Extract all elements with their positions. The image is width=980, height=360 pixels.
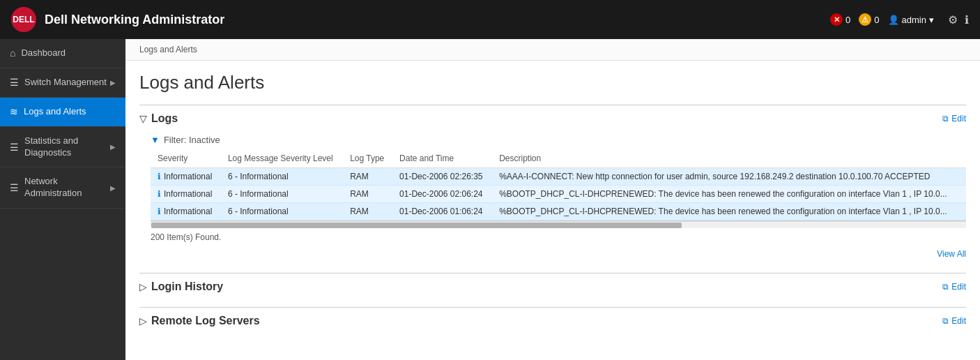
page-content: Logs and Alerts ▽ Logs ⧉ Edit ▼ Filter: …	[125, 61, 980, 352]
table-row: ℹ Informational 6 - Informational RAM 01…	[151, 168, 966, 186]
cell-date-time: 01-Dec-2006 02:06:24	[392, 186, 492, 203]
error-badge: ✕ 0	[830, 13, 850, 26]
sidebar-item-label: Logs and Alerts	[24, 106, 116, 118]
chevron-right-icon: ▶	[110, 79, 116, 87]
header-right: ✕ 0 ⚠ 0 👤 admin ▾ ⚙ ℹ	[830, 13, 969, 27]
sidebar-item-label: Switch Management	[24, 77, 110, 89]
login-history-title: Login History	[151, 280, 942, 293]
severity-label: Informational	[164, 189, 212, 199]
username: admin	[902, 15, 926, 25]
sidebar-item-logs-and-alerts[interactable]: ≋ Logs and Alerts	[0, 98, 125, 127]
remote-log-servers-edit-button[interactable]: ⧉ Edit	[942, 316, 966, 326]
login-history-edit-button[interactable]: ⧉ Edit	[942, 282, 966, 292]
cell-severity: ℹ Informational	[151, 203, 221, 220]
items-found: 200 Item(s) Found.	[151, 228, 966, 246]
settings-button[interactable]: ⚙	[948, 13, 958, 27]
app-header: DELL Dell Networking Administrator ✕ 0 ⚠…	[0, 0, 980, 39]
edit-icon: ⧉	[942, 114, 949, 123]
logs-section-title: Logs	[151, 112, 942, 125]
severity-label: Informational	[164, 207, 212, 216]
logs-alerts-icon: ≋	[10, 106, 18, 117]
view-all-button[interactable]: View All	[151, 246, 966, 264]
cell-log-severity: 6 - Informational	[221, 168, 343, 186]
statistics-icon: ☰	[10, 142, 19, 153]
info-icon: ℹ	[158, 207, 161, 216]
col-log-type: Log Type	[343, 149, 392, 168]
expand-icon[interactable]: ▷	[139, 315, 147, 327]
info-button[interactable]: ℹ	[965, 13, 969, 27]
cell-severity: ℹ Informational	[151, 168, 221, 186]
col-date-time: Date and Time	[392, 149, 492, 168]
login-history-section: ▷ Login History ⧉ Edit	[139, 273, 966, 299]
cell-log-severity: 6 - Informational	[221, 203, 343, 220]
horizontal-scrollbar[interactable]	[151, 221, 966, 228]
cell-log-severity: 6 - Informational	[221, 186, 343, 203]
logs-table: Severity Log Message Severity Level Log …	[151, 149, 966, 220]
sidebar-item-dashboard[interactable]: ⌂ Dashboard	[0, 39, 125, 68]
filter-label: Filter: Inactive	[164, 135, 220, 145]
sidebar-item-switch-management[interactable]: ☰ Switch Management ▶	[0, 68, 125, 98]
logs-section-header[interactable]: ▽ Logs ⧉ Edit	[139, 105, 966, 130]
cell-description: %AAA-I-CONNECT: New http connection for …	[492, 168, 966, 186]
breadcrumb: Logs and Alerts	[125, 39, 980, 61]
login-history-header[interactable]: ▷ Login History ⧉ Edit	[139, 273, 966, 299]
remote-log-servers-section: ▷ Remote Log Servers ⧉ Edit	[139, 307, 966, 333]
sidebar-item-label: Dashboard	[21, 47, 116, 59]
cell-severity: ℹ Informational	[151, 186, 221, 203]
warning-icon: ⚠	[859, 13, 871, 26]
severity-label: Informational	[164, 172, 212, 181]
cell-date-time: 01-Dec-2006 01:06:24	[392, 203, 492, 220]
expand-icon[interactable]: ▷	[139, 281, 147, 292]
network-admin-icon: ☰	[10, 182, 19, 193]
chevron-right-icon: ▶	[110, 143, 116, 151]
sidebar: ⌂ Dashboard ☰ Switch Management ▶ ≋ Logs…	[0, 39, 125, 360]
cell-date-time: 01-Dec-2006 02:26:35	[392, 168, 492, 186]
sidebar-item-label: Network Administration	[24, 176, 110, 200]
info-icon: ℹ	[158, 189, 161, 199]
logs-table-header: Severity Log Message Severity Level Log …	[151, 149, 966, 168]
filter-bar: ▼ Filter: Inactive	[151, 130, 966, 149]
sidebar-item-network-administration[interactable]: ☰ Network Administration ▶	[0, 167, 125, 209]
error-count: 0	[845, 15, 850, 25]
main-layout: ⌂ Dashboard ☰ Switch Management ▶ ≋ Logs…	[0, 39, 980, 360]
header-icons: ⚙ ℹ	[948, 13, 969, 27]
remote-log-servers-title: Remote Log Servers	[151, 315, 942, 327]
col-severity: Severity	[151, 149, 221, 168]
warning-count: 0	[874, 15, 879, 25]
chevron-right-icon: ▶	[110, 184, 116, 192]
sidebar-item-label: Statistics and Diagnostics	[24, 135, 110, 159]
user-dropdown-icon: ▾	[929, 15, 934, 25]
logs-edit-button[interactable]: ⧉ Edit	[942, 114, 966, 123]
cell-log-type: RAM	[343, 168, 392, 186]
page-title: Logs and Alerts	[139, 72, 966, 93]
user-icon: 👤	[888, 15, 899, 25]
error-icon: ✕	[830, 13, 843, 26]
remote-log-servers-header[interactable]: ▷ Remote Log Servers ⧉ Edit	[139, 308, 966, 333]
app-title: Dell Networking Administrator	[45, 13, 830, 27]
main-content: Logs and Alerts Logs and Alerts ▽ Logs ⧉…	[125, 39, 980, 360]
sidebar-item-statistics-diagnostics[interactable]: ☰ Statistics and Diagnostics ▶	[0, 127, 125, 168]
cell-description: %BOOTP_DHCP_CL-I-DHCPRENEWED: The device…	[492, 203, 966, 220]
cell-log-type: RAM	[343, 186, 392, 203]
collapse-icon[interactable]: ▽	[139, 113, 147, 124]
table-row: ℹ Informational 6 - Informational RAM 01…	[151, 186, 966, 203]
logs-table-body: ℹ Informational 6 - Informational RAM 01…	[151, 168, 966, 220]
filter-icon: ▼	[151, 135, 160, 145]
logs-table-scroll[interactable]: Severity Log Message Severity Level Log …	[151, 149, 966, 221]
cell-description: %BOOTP_DHCP_CL-I-DHCPRENEWED: The device…	[492, 186, 966, 203]
user-menu[interactable]: 👤 admin ▾	[888, 15, 934, 25]
edit-icon: ⧉	[942, 316, 949, 326]
table-row: ℹ Informational 6 - Informational RAM 01…	[151, 203, 966, 220]
cell-log-type: RAM	[343, 203, 392, 220]
edit-icon: ⧉	[942, 282, 949, 292]
logs-table-container: ▼ Filter: Inactive Severity Log Message …	[151, 130, 966, 264]
col-log-severity: Log Message Severity Level	[221, 149, 343, 168]
scrollbar-thumb	[151, 223, 682, 228]
dell-logo: DELL	[11, 7, 36, 32]
col-description: Description	[492, 149, 966, 168]
info-icon: ℹ	[158, 172, 161, 181]
logs-section: ▽ Logs ⧉ Edit ▼ Filter: Inactive	[139, 105, 966, 264]
dashboard-icon: ⌂	[10, 47, 15, 59]
warning-badge: ⚠ 0	[859, 13, 879, 26]
switch-management-icon: ☰	[10, 77, 19, 88]
